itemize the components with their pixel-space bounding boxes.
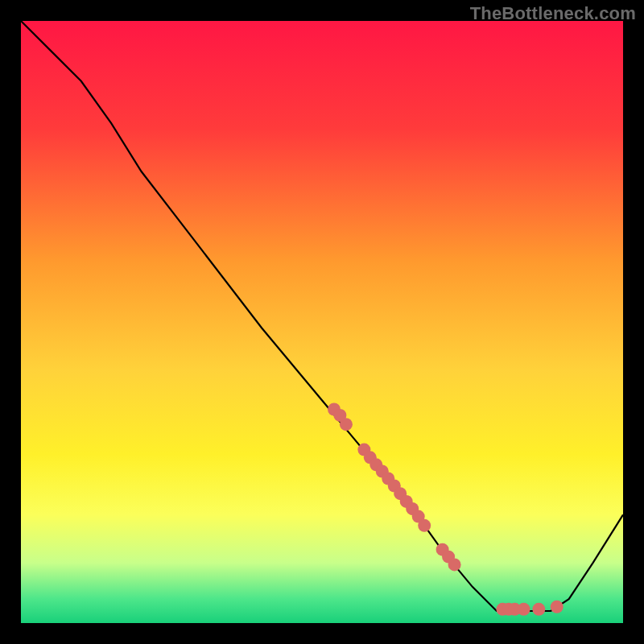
chart-background: [21, 21, 623, 623]
data-point: [448, 558, 461, 571]
bottleneck-chart: [21, 21, 623, 623]
chart-container: TheBottleneck.com: [0, 0, 644, 644]
data-point: [551, 601, 564, 613]
watermark-label: TheBottleneck.com: [470, 3, 636, 24]
data-point: [532, 603, 545, 616]
data-point: [518, 603, 530, 616]
data-point: [340, 418, 353, 431]
data-point: [418, 519, 431, 532]
